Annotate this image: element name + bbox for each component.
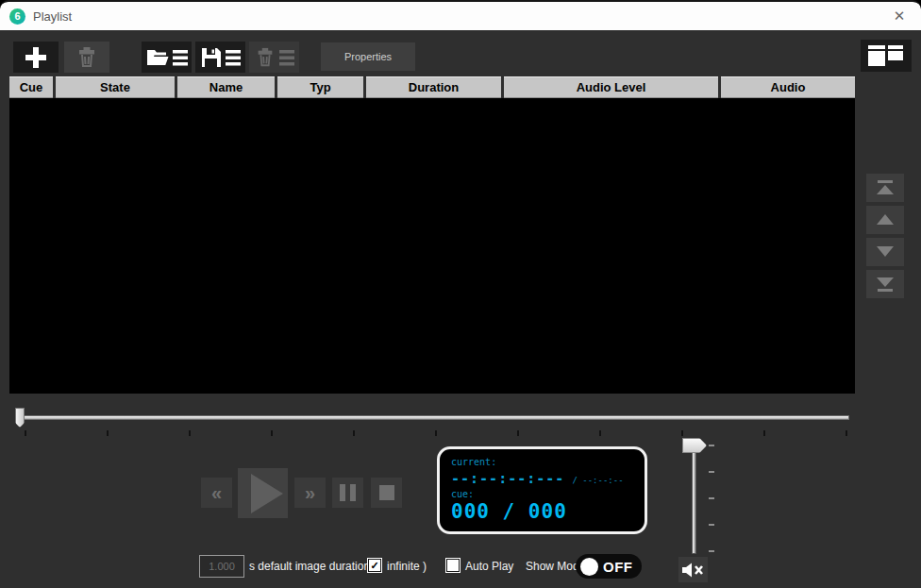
move-down-button[interactable] [866,238,904,266]
save-icon [201,47,222,68]
show-mode-toggle[interactable]: OFF [576,554,642,579]
previous-button[interactable]: « [201,478,232,508]
window-title: Playlist [33,9,72,24]
trash-icon [75,46,98,69]
autoplay-checkbox[interactable] [446,559,460,572]
app-icon-badge: 6 [14,10,20,22]
clear-playlist-button[interactable] [249,42,299,73]
pause-button[interactable] [332,478,363,508]
list-icon [279,47,294,68]
column-header-duration[interactable]: Duration [366,76,501,98]
delete-item-button[interactable] [64,42,109,73]
toggle-knob-icon [580,558,598,576]
playlist-rows-area[interactable] [9,98,855,394]
volume-track[interactable] [692,444,696,554]
lcd-current-label: current: [451,457,633,467]
default-duration-label: s default image duration ( [249,560,377,573]
app-icon: 6 [9,8,25,25]
play-button[interactable] [238,468,288,518]
trash-icon [255,47,276,68]
next-icon: » [305,482,315,504]
save-playlist-button[interactable] [195,42,245,73]
arrow-up-icon [874,211,896,228]
lcd-cue-label: cue: [451,489,633,499]
mute-button[interactable] [678,557,708,582]
plus-icon [25,47,46,68]
playlist-table-header: Cue State Name Typ Duration Audio Level … [9,76,855,98]
column-header-typ[interactable]: Typ [277,76,363,98]
autoplay-label: Auto Play [465,560,513,573]
column-header-cue[interactable]: Cue [9,76,53,98]
list-icon [226,47,241,68]
move-to-bottom-icon [874,276,896,293]
stop-button[interactable] [371,478,402,508]
lcd-display: current: --:--:--:--- / --:--:-- cue: 00… [437,446,647,534]
move-to-top-icon [874,179,896,196]
infinite-checkbox[interactable]: ✓ [368,559,381,572]
layout-view-button[interactable] [861,40,912,72]
column-header-state[interactable]: State [56,76,175,98]
properties-button[interactable]: Properties [321,42,415,71]
timeline-ticks [25,430,847,436]
lcd-current-time: --:--:--:--- [451,470,564,487]
playlist-window: 6 Playlist ✕ [0,0,921,588]
speaker-mute-icon [681,562,706,579]
infinite-label: infinite ) [387,560,427,573]
show-mode-value: OFF [603,559,633,575]
move-to-top-button[interactable] [866,174,904,202]
close-icon[interactable]: ✕ [883,2,915,30]
stop-icon [379,485,394,500]
default-duration-input[interactable] [199,555,244,578]
volume-handle[interactable] [682,438,707,453]
timeline-handle[interactable] [15,408,25,428]
arrow-down-icon [874,244,896,260]
list-icon [173,47,188,68]
move-to-bottom-button[interactable] [866,270,904,298]
layout-panels-icon [866,43,906,68]
volume-ticks [709,445,714,552]
move-up-button[interactable] [866,206,904,234]
open-folder-icon [146,47,169,68]
titlebar: 6 Playlist ✕ [0,2,921,30]
column-header-audio-level[interactable]: Audio Level [504,76,718,98]
lcd-total-time: / --:--:-- [572,476,623,485]
properties-button-label: Properties [344,51,392,62]
column-header-name[interactable]: Name [177,76,275,98]
play-icon [251,474,283,513]
checkmark-icon: ✓ [370,561,378,571]
timeline-track[interactable] [17,415,849,420]
add-item-button[interactable] [13,42,59,73]
next-button[interactable]: » [294,478,326,508]
column-header-audio[interactable]: Audio [721,76,855,98]
previous-icon: « [211,482,222,504]
load-playlist-button[interactable] [142,42,192,73]
pause-icon [340,484,356,501]
lcd-cue-value: 000 / 000 [451,500,633,523]
